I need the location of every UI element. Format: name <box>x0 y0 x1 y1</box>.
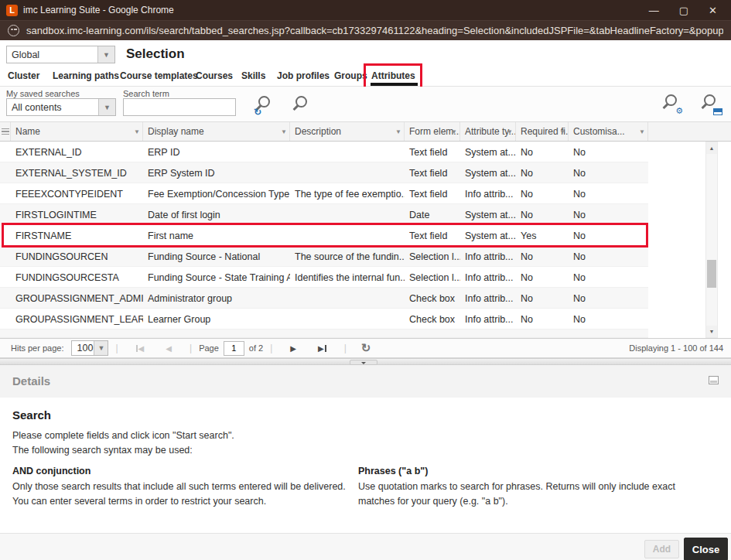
row-gutter <box>0 225 11 246</box>
next-page-icon[interactable]: ▶ <box>290 344 296 353</box>
column-filter-icon[interactable]: ▼ <box>395 128 401 135</box>
column-filter-icon[interactable]: ▼ <box>639 128 645 135</box>
row-gutter <box>0 309 11 330</box>
table-row-groupassignment-lear[interactable]: GROUPASSIGNMENT_LEAR...Learner GroupChec… <box>0 309 648 330</box>
column-header-attribute-ty[interactable]: Attribute ty...▼ <box>460 122 516 141</box>
table-row-firstname[interactable]: FIRSTNAMEFirst nameText fieldSystem at..… <box>0 225 648 246</box>
cell-attribute-type: System at... <box>460 225 516 246</box>
panel-splitter[interactable] <box>0 358 731 365</box>
site-info-icon[interactable] <box>8 25 19 36</box>
table-row-fundingsourcesta[interactable]: FUNDINGSOURCESTAFunding Source - State T… <box>0 267 648 288</box>
chevron-down-icon[interactable]: ▼ <box>98 99 115 115</box>
saved-searches-select[interactable]: All contents ▼ <box>6 98 116 116</box>
cell-name: GROUPASSIGNMENT_ADMI... <box>11 288 143 309</box>
cell-description: The source of the fundin... <box>290 246 405 267</box>
first-page-icon[interactable]: ◀ <box>136 344 145 353</box>
row-gutter <box>0 246 11 267</box>
cell-attribute-type: System at... <box>460 204 516 225</box>
tab-attributes[interactable]: Attributes <box>371 65 415 87</box>
table-row-groupassignment-admi[interactable]: GROUPASSIGNMENT_ADMI...Administrator gro… <box>0 288 648 309</box>
maximize-icon[interactable]: ▢ <box>679 5 688 16</box>
cell-customisable: No <box>569 162 648 183</box>
address-bar[interactable]: sandbox.imc-learning.com/ils/search/tabb… <box>0 20 731 40</box>
page-number-input[interactable] <box>224 341 244 356</box>
cell-form-element: Selection l... <box>405 246 460 267</box>
table-row-external-id[interactable]: EXTERNAL_IDERP IDText fieldSystem at...N… <box>0 142 648 162</box>
scroll-down-icon[interactable]: ▼ <box>706 326 717 337</box>
table-scrollbar[interactable]: ▲ ▼ <box>705 142 718 338</box>
scope-select-value: Global <box>7 46 97 63</box>
app-favicon: L <box>6 5 18 16</box>
dialog-footer: Add Close <box>0 533 731 560</box>
cell-display-name: ERP System ID <box>143 162 290 183</box>
cell-required: No <box>516 288 569 309</box>
column-filter-icon[interactable]: ▼ <box>281 128 287 135</box>
details-title: Details <box>12 374 50 388</box>
tab-learning-paths[interactable]: Learning paths <box>53 65 119 87</box>
table-row-firstlogintime[interactable]: FIRSTLOGINTIMEDate of first loginDateSys… <box>0 204 648 225</box>
saved-search-refresh-icon[interactable]: ↻ <box>254 94 274 114</box>
column-header-name[interactable]: Name▼ <box>11 122 143 141</box>
minimize-icon[interactable]: — <box>649 5 659 16</box>
tab-job-profiles[interactable]: Job profiles <box>277 65 330 87</box>
cell-display-name: Funding Source - State Training A... <box>143 267 290 288</box>
splitter-handle-icon[interactable] <box>350 360 377 365</box>
table-menu-icon[interactable] <box>0 122 11 141</box>
column-filter-icon[interactable]: ▼ <box>559 128 565 135</box>
tab-skills[interactable]: Skills <box>241 65 265 87</box>
refresh-results-icon[interactable]: ↻ <box>361 341 371 355</box>
pagination-bar: Hits per page: 100 ▼ | ◀ ◀ | Page of 2 |… <box>0 338 731 358</box>
cell-attribute-type: Info attrib... <box>460 288 516 309</box>
column-header-display-name[interactable]: Display name▼ <box>143 122 290 141</box>
cell-name: FEEEXCONTYPEIDENT <box>11 183 143 204</box>
column-header-description[interactable]: Description▼ <box>290 122 405 141</box>
cell-required: No <box>516 309 569 330</box>
chevron-down-icon[interactable]: ▼ <box>94 341 108 355</box>
tab-course-templates[interactable]: Course templates <box>120 65 198 87</box>
add-button[interactable]: Add <box>644 540 679 558</box>
url-text[interactable]: sandbox.imc-learning.com/ils/search/tabb… <box>26 25 723 36</box>
cell-description <box>290 309 405 330</box>
panel-badge-icon <box>713 108 722 115</box>
expand-panel-icon[interactable] <box>709 376 719 384</box>
close-button[interactable]: Close <box>684 538 728 560</box>
column-filter-icon[interactable]: ▼ <box>451 128 457 135</box>
search-term-input[interactable] <box>123 98 236 116</box>
cell-form-element: Check box <box>405 288 460 309</box>
tab-cluster[interactable]: Cluster <box>8 65 39 87</box>
start-search-icon[interactable] <box>291 94 311 114</box>
previous-page-icon[interactable]: ◀ <box>166 344 172 353</box>
last-page-icon[interactable]: ▶ <box>318 344 326 353</box>
and-conjunction-text: Only those search results that include a… <box>12 480 351 509</box>
table-row-external-system-id[interactable]: EXTERNAL_SYSTEM_IDERP System IDText fiel… <box>0 162 648 183</box>
cell-display-name: First name <box>143 225 290 246</box>
table-row-fundingsourcen[interactable]: FUNDINGSOURCENFunding Source - NationalT… <box>0 246 648 267</box>
cell-form-element: Check box <box>405 309 460 330</box>
phrases-heading: Phrases ("a b") <box>358 464 706 479</box>
hits-per-page-select[interactable]: 100 ▼ <box>71 340 108 356</box>
tab-groups[interactable]: Groups <box>334 65 367 87</box>
column-header-form-elem[interactable]: Form elem...▼ <box>405 122 460 141</box>
cell-name: GROUPASSIGNMENT_LEAR... <box>11 309 143 330</box>
chevron-down-icon[interactable]: ▼ <box>97 46 114 63</box>
scroll-up-icon[interactable]: ▲ <box>706 142 717 154</box>
close-window-icon[interactable]: ✕ <box>709 5 717 16</box>
cell-description <box>290 142 405 162</box>
cell-display-name: ERP ID <box>143 142 290 162</box>
cell-required: No <box>516 204 569 225</box>
table-row-feeexcontypeident[interactable]: FEEEXCONTYPEIDENTFee Exemption/Concessio… <box>0 183 648 204</box>
column-header-customisa[interactable]: Customisa...▼ <box>569 122 648 141</box>
column-filter-icon[interactable]: ▼ <box>134 128 140 135</box>
column-header-label: Display name <box>148 126 204 137</box>
column-header-required-fi[interactable]: Required fi...▼ <box>516 122 569 141</box>
column-filter-icon[interactable]: ▼ <box>507 128 513 135</box>
scrollbar-thumb[interactable] <box>707 260 716 288</box>
cell-attribute-type: System at... <box>460 142 516 162</box>
search-profile-icon[interactable] <box>699 93 719 113</box>
cell-description: Identifies the internal fun... <box>290 267 405 288</box>
cell-customisable: No <box>569 204 648 225</box>
advanced-search-settings-icon[interactable]: ⚙ <box>661 93 681 113</box>
scope-select[interactable]: Global ▼ <box>6 46 115 63</box>
tab-courses[interactable]: Courses <box>196 65 233 87</box>
gear-badge-icon: ⚙ <box>675 106 683 116</box>
